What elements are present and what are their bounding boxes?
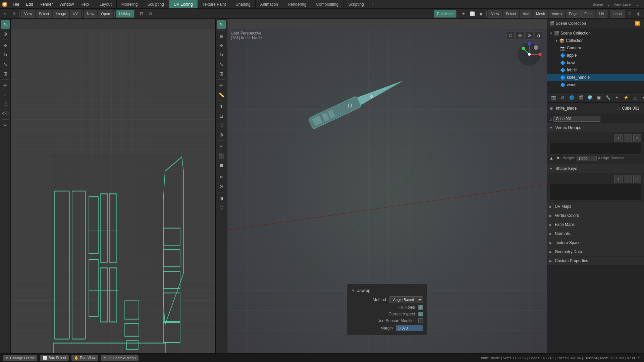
mid-cursor-tool[interactable]: ⊕ <box>217 32 226 41</box>
annotate-line-tool[interactable]: ⟋ <box>1 90 10 99</box>
face-select-btn[interactable]: ◼ <box>477 10 485 18</box>
vertex-select-btn[interactable]: ✦ <box>460 10 468 18</box>
world-props-icon[interactable]: 🌍 <box>586 94 594 102</box>
mid-bevel-tool[interactable]: ⬡ <box>217 121 226 130</box>
render-props-icon[interactable]: 📷 <box>549 94 557 102</box>
mid-shading-tool[interactable]: ◑ <box>217 194 226 202</box>
object-props-icon[interactable]: ▣ <box>595 94 603 102</box>
tab-compositing[interactable]: Compositing <box>311 0 343 8</box>
rotate-tool[interactable]: ↻ <box>1 51 10 59</box>
mid-inset-tool[interactable]: ⊟ <box>217 112 226 120</box>
mid-smooth-tool[interactable]: ≈ <box>217 173 226 181</box>
mid-rotate-tool[interactable]: ↻ <box>217 51 226 59</box>
vertex-groups-header[interactable]: ▼ Vertex Groups <box>547 123 644 132</box>
annotate-tool[interactable]: ✏ <box>1 81 10 90</box>
blender-logo[interactable] <box>0 0 9 9</box>
custom-props-header[interactable]: ▶ Custom Properties <box>547 256 644 265</box>
tree-bowl[interactable]: 🔷 bowl <box>547 59 644 66</box>
tree-collection[interactable]: ▼ 📦 Collection <box>547 37 644 44</box>
proportional-edit[interactable]: ◎ <box>635 10 643 18</box>
scene-props-icon[interactable]: 🎬 <box>577 94 585 102</box>
view-layer-selector[interactable]: ⌄ <box>633 0 641 8</box>
uv-canvas[interactable] <box>11 29 215 353</box>
vp-add-btn[interactable]: Add <box>520 10 533 18</box>
vg-menu-btn[interactable]: ≡ <box>633 134 641 142</box>
mid-move-tool[interactable]: ✛ <box>217 41 226 50</box>
snap-toggle[interactable]: ⊙ <box>626 10 634 18</box>
physics-props-icon[interactable]: ⚡ <box>622 94 630 102</box>
fill-holes-checkbox[interactable]: ✓ <box>418 305 423 310</box>
viewport-render-btn[interactable]: ⬡ <box>506 32 515 40</box>
tab-sculpting[interactable]: Sculpting <box>143 0 169 8</box>
particles-props-icon[interactable]: ✦ <box>613 94 621 102</box>
vg-weight-input[interactable] <box>577 156 597 161</box>
scale-tool[interactable]: ⤡ <box>1 60 10 69</box>
sk-add-btn[interactable]: + <box>614 175 623 183</box>
tree-apple[interactable]: 🔷 apple <box>547 52 644 59</box>
menu-file[interactable]: File <box>9 0 22 8</box>
pivot-btn[interactable]: ⊡ <box>138 10 146 18</box>
data-name-input[interactable] <box>553 116 600 122</box>
menu-edit[interactable]: Edit <box>22 0 36 8</box>
transform-tool[interactable]: ⊞ <box>1 69 10 78</box>
tab-animation[interactable]: Animation <box>256 0 283 8</box>
viewport-overlay-btn[interactable]: ◎ <box>516 32 524 40</box>
tree-knife-handle[interactable]: 🔷 knife_handle <box>547 74 644 81</box>
texture-space-header[interactable]: ▶ Texture Space <box>547 238 644 247</box>
vg-arrow-up[interactable]: ▲ <box>549 156 555 161</box>
sk-menu-btn[interactable]: ≡ <box>633 175 641 183</box>
viewport-shading-btn[interactable]: ◑ <box>535 32 543 40</box>
annotate-poly-tool[interactable]: ⬡ <box>1 100 10 109</box>
shape-keys-header[interactable]: ▼ Shape Keys <box>547 164 644 173</box>
scene-selector[interactable]: ⌄ <box>604 0 612 8</box>
vp-edge-btn[interactable]: Edge <box>566 10 581 18</box>
snap-btn[interactable]: ⊙ <box>146 10 154 18</box>
menu-render[interactable]: Render <box>36 0 56 8</box>
tab-modeling[interactable]: Modeling <box>117 0 143 8</box>
add-workspace[interactable]: + <box>369 2 377 7</box>
tree-camera[interactable]: 📷 Camera <box>547 44 644 52</box>
face-maps-header[interactable]: ▶ Face Maps <box>547 220 644 229</box>
uv-menu-btn[interactable]: UV <box>70 10 81 18</box>
view-menu-btn[interactable]: View <box>21 10 35 18</box>
mid-transform-tool[interactable]: ⊞ <box>217 69 226 78</box>
mid-extrude-tool[interactable]: ⬆ <box>217 102 226 111</box>
vg-remove-btn[interactable]: - <box>624 134 632 142</box>
cursor-tool-btn[interactable]: ⊕ <box>10 10 18 18</box>
rip-tool[interactable]: ✂ <box>1 121 10 130</box>
mid-select-tool[interactable]: ↖ <box>217 20 226 29</box>
tab-texture-paint[interactable]: Texture Paint <box>198 0 231 8</box>
data-props-icon[interactable]: △ <box>631 94 639 102</box>
correct-aspect-checkbox[interactable]: ✓ <box>418 312 423 316</box>
menu-window[interactable]: Window <box>56 0 77 8</box>
output-props-icon[interactable]: 🖨 <box>558 94 567 102</box>
tab-layout[interactable]: Layout <box>95 0 117 8</box>
mid-bisect-tool[interactable]: ⬛ <box>217 152 226 160</box>
cursor-tool[interactable]: ⊕ <box>1 29 10 38</box>
orientation-btn[interactable]: Local <box>610 10 625 18</box>
navigation-gizmo[interactable] <box>516 41 543 68</box>
view-layer-props-icon[interactable]: 🌐 <box>568 94 576 102</box>
vg-add-btn[interactable]: + <box>614 134 623 142</box>
subsurf-checkbox[interactable] <box>418 318 423 323</box>
edit-mode-btn[interactable]: Edit Mode <box>434 10 457 18</box>
mid-poly-build[interactable]: ◼ <box>217 161 226 170</box>
tree-fabric[interactable]: 🔷 fabric <box>547 66 644 74</box>
mid-uv-unwrap-tool[interactable]: ⬡ <box>217 203 226 212</box>
new-btn[interactable]: New <box>84 10 97 18</box>
method-select[interactable]: Angle Based Conformal <box>389 296 423 303</box>
vertex-colors-header[interactable]: ▶ Vertex Colors <box>547 211 644 220</box>
vp-face-btn[interactable]: Face <box>581 10 595 18</box>
vp-vertex-btn[interactable]: Vertex <box>549 10 565 18</box>
mid-scale-tool[interactable]: ⤡ <box>217 60 226 69</box>
vp-view-btn[interactable]: View <box>488 10 502 18</box>
open-btn[interactable]: Open <box>98 10 113 18</box>
vp-select-btn[interactable]: Select <box>503 10 519 18</box>
modifier-props-icon[interactable]: 🔧 <box>604 94 612 102</box>
uv-maps-header[interactable]: ▶ UV Maps <box>547 202 644 211</box>
filter-icon[interactable]: 🔽 <box>633 19 641 27</box>
tree-wood[interactable]: 🔷 wood <box>547 81 644 88</box>
tab-rendering[interactable]: Rendering <box>283 0 311 8</box>
margin-input[interactable] <box>396 325 423 331</box>
uvmap-btn[interactable]: UVMap <box>116 10 135 18</box>
